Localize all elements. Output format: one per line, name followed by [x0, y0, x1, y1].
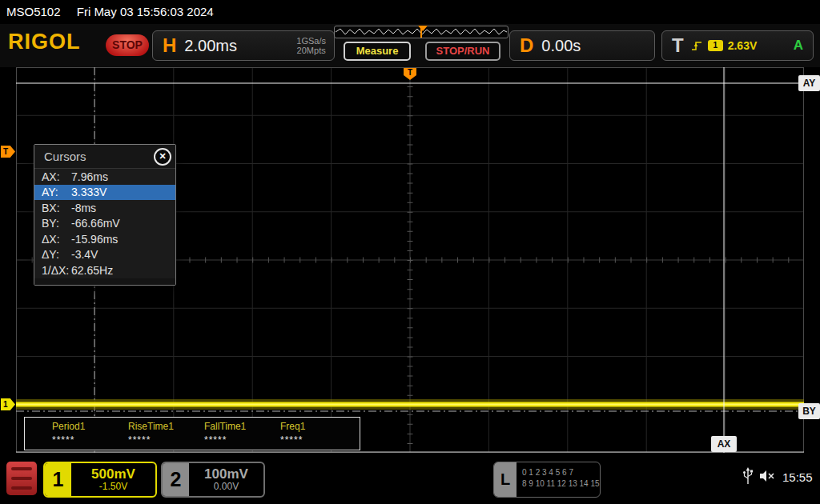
- waveform-preview[interactable]: [334, 26, 508, 38]
- usb-icon: [742, 467, 754, 485]
- channel2-scale: 100mV: [204, 467, 248, 482]
- logic-channel-list: 0 1 2 3 4 5 6 7 8 9 10 11 12 13 14 15: [517, 462, 600, 497]
- channel1-number: 1: [45, 463, 71, 496]
- channel1-badge[interactable]: 1 500mV -1.50V: [43, 462, 157, 498]
- channel2-number: 2: [163, 463, 189, 496]
- oscilloscope-screen: MSO5102 Fri May 03 15:56:03 2024 RIGOL S…: [0, 0, 820, 504]
- trigger-settings-block[interactable]: T 1 2.63V A: [661, 30, 814, 61]
- cursors-panel: Cursors ✕ AX: 7.96ms AY: 3.333V BX: -8ms…: [34, 144, 176, 286]
- acquisition-info: 1GSa/s 20Mpts: [296, 36, 326, 55]
- sample-rate: 1GSa/s: [296, 36, 326, 46]
- run-state-badge: STOP: [106, 34, 149, 56]
- measure-button[interactable]: Measure: [344, 42, 411, 61]
- trigger-label: T: [672, 34, 684, 57]
- header-toolbar: RIGOL STOP H 2.00ms 1GSa/s 20Mpts Measur…: [0, 24, 820, 67]
- measurement-freq1[interactable]: Freq1 *****: [280, 418, 356, 450]
- channel1-ground-marker[interactable]: 1: [1, 398, 15, 410]
- timebase-value: 2.00ms: [184, 37, 237, 55]
- memory-depth: 20Mpts: [297, 46, 326, 55]
- menu-icon[interactable]: [6, 462, 37, 495]
- ch1-trace-core: [16, 404, 804, 406]
- channel1-scale: 500mV: [91, 467, 135, 482]
- delay-settings-block[interactable]: D 0.00s: [509, 30, 655, 61]
- measurement-strip[interactable]: Period1 ***** RiseTime1 ***** FallTime1 …: [24, 417, 360, 450]
- measurement-risetime1[interactable]: RiseTime1 *****: [128, 418, 204, 450]
- delay-label: D: [520, 34, 533, 57]
- datetime: Fri May 03 15:56:03 2024: [77, 5, 214, 18]
- measurement-falltime1[interactable]: FallTime1 *****: [204, 418, 280, 450]
- close-icon[interactable]: ✕: [154, 148, 171, 166]
- preview-trigger-marker-icon[interactable]: [418, 26, 428, 31]
- cursor-readout-dx[interactable]: ΔX: -15.96ms: [34, 231, 175, 247]
- model-name: MSO5102: [6, 5, 61, 18]
- bottom-status-bar: 1 500mV -1.50V 2 100mV 0.00V L 0 1 2 3 4…: [0, 454, 820, 504]
- cursors-panel-footer: [34, 278, 175, 285]
- horizontal-settings-block[interactable]: H 2.00ms 1GSa/s 20Mpts: [152, 30, 335, 61]
- cursor-readout-inv-dx[interactable]: 1/ΔX: 62.65Hz: [34, 262, 175, 278]
- delay-value: 0.00s: [541, 37, 581, 55]
- channel1-offset: -1.50V: [99, 482, 127, 492]
- channel2-offset: 0.00V: [214, 482, 239, 492]
- cursor-by-tag[interactable]: BY: [798, 403, 820, 419]
- trigger-source-badge: 1: [708, 40, 723, 51]
- clock: 15:55: [782, 470, 813, 484]
- cursor-ay-tag[interactable]: AY: [798, 75, 820, 91]
- trigger-level-marker[interactable]: T: [1, 146, 15, 158]
- cursor-ax-tag[interactable]: AX: [711, 436, 737, 452]
- cursor-readout-dy[interactable]: ΔY: -3.4V: [34, 247, 175, 263]
- top-status-bar: MSO5102 Fri May 03 15:56:03 2024: [0, 0, 820, 24]
- mute-speaker-icon[interactable]: [759, 470, 775, 482]
- trigger-mode: A: [794, 38, 803, 54]
- rigol-logo: RIGOL: [8, 30, 81, 54]
- measurement-period1[interactable]: Period1 *****: [52, 418, 128, 450]
- cursor-readout-ay[interactable]: AY: 3.333V: [34, 185, 175, 201]
- cursor-readout-by[interactable]: BY: -66.66mV: [34, 216, 175, 232]
- stop-run-button[interactable]: STOP/RUN: [425, 42, 500, 61]
- channel2-badge[interactable]: 2 100mV 0.00V: [161, 462, 265, 498]
- cursor-readout-bx[interactable]: BX: -8ms: [34, 200, 175, 216]
- horizontal-label: H: [163, 34, 176, 57]
- trigger-level-value: 2.63V: [728, 39, 758, 52]
- cursor-readout-ax[interactable]: AX: 7.96ms: [34, 169, 175, 185]
- logic-analyzer-badge[interactable]: L 0 1 2 3 4 5 6 7 8 9 10 11 12 13 14 15: [493, 462, 601, 498]
- logic-label: L: [494, 462, 517, 497]
- trigger-slope-icon: [690, 39, 703, 52]
